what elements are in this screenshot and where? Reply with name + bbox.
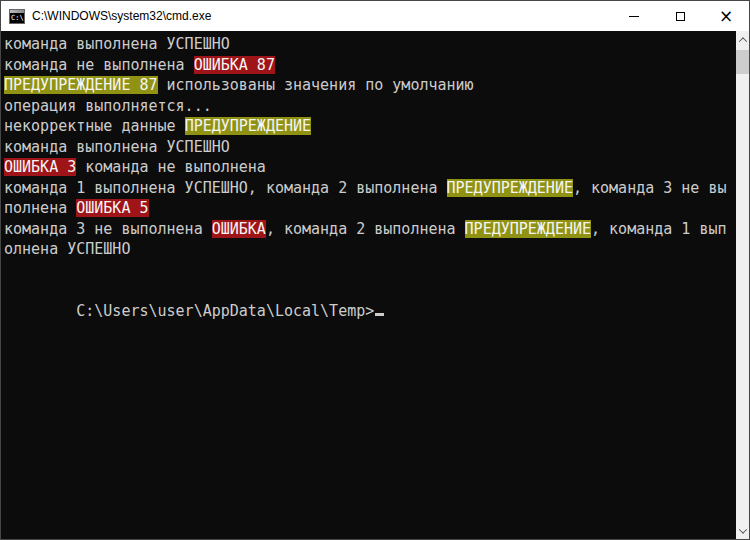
close-button[interactable]: × <box>703 1 749 31</box>
warning-badge: ПРЕДУПРЕЖДЕНИЕ <box>447 179 573 197</box>
terminal-line: ОШИБКА 3 команда не выполнена <box>4 157 736 178</box>
terminal-text: операция выполняется... <box>4 97 212 115</box>
terminal-text: , команда 3 не вы <box>573 179 727 197</box>
maximize-icon <box>676 12 685 21</box>
error-badge: ОШИБКА 3 <box>4 158 76 176</box>
terminal-line: команда 3 не выполнена ОШИБКА, команда 2… <box>4 219 736 240</box>
terminal-text: полнена <box>4 199 76 217</box>
terminal-text: олнена УСПЕШНО <box>4 240 130 258</box>
scrollbar[interactable] <box>736 31 749 539</box>
prompt-line: C:\Users\user\AppData\Local\Temp> <box>4 280 736 301</box>
warning-badge: ПРЕДУПРЕЖДЕНИЕ <box>185 117 311 135</box>
terminal-line: команда не выполнена ОШИБКА 87 <box>4 55 736 76</box>
scroll-up-button[interactable] <box>736 31 749 48</box>
prompt-text: C:\Users\user\AppData\Local\Temp> <box>76 302 374 320</box>
terminal-text: , команда 2 выполнена <box>266 220 465 238</box>
terminal-text: команда 3 не выполнена <box>4 220 212 238</box>
cursor <box>375 313 384 316</box>
terminal-text: команда выполнена УСПЕШНО <box>4 138 230 156</box>
terminal-line: ПРЕДУПРЕЖДЕНИЕ 87 использованы значения … <box>4 75 736 96</box>
terminal-text: , команда 1 вып <box>591 220 726 238</box>
terminal-text: некорректные данные <box>4 117 185 135</box>
error-badge: ОШИБКА 87 <box>194 56 275 74</box>
terminal-text: команда не выполнена <box>4 56 194 74</box>
minimize-button[interactable] <box>611 1 657 31</box>
window-controls: × <box>611 1 749 31</box>
titlebar[interactable]: C:\ C:\WINDOWS\system32\cmd.exe × <box>1 1 749 31</box>
terminal-line: операция выполняется... <box>4 96 736 117</box>
window-title: C:\WINDOWS\system32\cmd.exe <box>32 9 611 23</box>
terminal-text-area: команда выполнена УСПЕШНОкоманда не выпо… <box>1 31 736 539</box>
terminal-line: команда 1 выполнена УСПЕШНО, команда 2 в… <box>4 178 736 199</box>
scrollbar-thumb[interactable] <box>736 50 749 74</box>
terminal-text: использованы значения по умолчанию <box>158 76 474 94</box>
cmd-icon-titlebar <box>10 10 24 13</box>
chevron-down-icon <box>738 525 746 533</box>
scroll-down-button[interactable] <box>736 522 749 539</box>
terminal-output: команда выполнена УСПЕШНОкоманда не выпо… <box>4 34 736 280</box>
cmd-icon: C:\ <box>9 9 25 24</box>
terminal-line: некорректные данные ПРЕДУПРЕЖДЕНИЕ <box>4 116 736 137</box>
maximize-button[interactable] <box>657 1 703 31</box>
warning-badge: ПРЕДУПРЕЖДЕНИЕ <box>465 220 591 238</box>
cmd-icon-text: C:\ <box>11 14 24 22</box>
terminal-text: команда не выполнена <box>76 158 266 176</box>
error-badge: ОШИБКА 5 <box>76 199 148 217</box>
terminal-line: полнена ОШИБКА 5 <box>4 198 736 219</box>
minimize-icon <box>629 16 639 17</box>
warning-badge: ПРЕДУПРЕЖДЕНИЕ 87 <box>4 76 158 94</box>
terminal-text: команда выполнена УСПЕШНО <box>4 35 230 53</box>
close-icon: × <box>719 8 733 25</box>
terminal-line: команда выполнена УСПЕШНО <box>4 137 736 158</box>
terminal-line: олнена УСПЕШНО <box>4 239 736 260</box>
terminal-line <box>4 260 736 281</box>
chevron-up-icon <box>738 37 746 45</box>
error-badge: ОШИБКА <box>212 220 266 238</box>
terminal-text: команда 1 выполнена УСПЕШНО, команда 2 в… <box>4 179 447 197</box>
cmd-window: C:\ C:\WINDOWS\system32\cmd.exe × команд… <box>0 0 750 540</box>
console[interactable]: команда выполнена УСПЕШНОкоманда не выпо… <box>1 31 749 539</box>
terminal-line: команда выполнена УСПЕШНО <box>4 34 736 55</box>
